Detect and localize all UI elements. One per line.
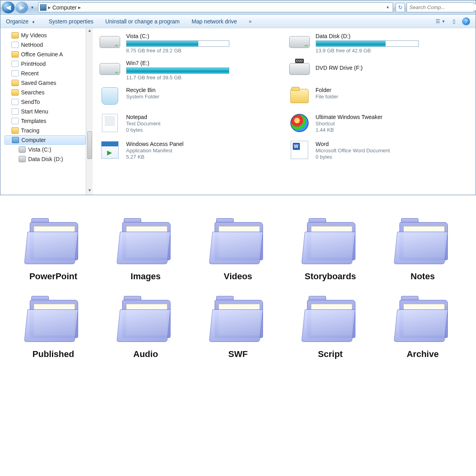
sidebar-item[interactable]: My Videos	[4, 31, 86, 40]
grid-folder[interactable]: Archive	[393, 296, 453, 359]
drive-name: DVD RW Drive (F:)	[316, 65, 363, 71]
preview-pane-button[interactable]: ▯	[449, 17, 458, 26]
sidebar-label: SendTo	[21, 99, 40, 105]
chevron-down-icon: ▼	[32, 20, 35, 24]
item-type: Text Document	[126, 121, 161, 127]
item-type: Microsoft Office Word Document	[316, 148, 390, 154]
file-item[interactable]: Ultimate Windows Tweaker Shortcut 1.44 K…	[288, 113, 470, 137]
back-button[interactable]: ◀	[2, 2, 15, 13]
grid-folder[interactable]: Published	[23, 296, 83, 359]
grid-folder[interactable]: SWF	[208, 296, 268, 359]
overflow-button[interactable]: »	[249, 19, 251, 24]
folder-icon	[12, 89, 19, 96]
folder-icon	[301, 296, 360, 344]
folder-icon	[290, 89, 309, 103]
file-item[interactable]: Windows Access Panel Application Manifes…	[98, 140, 281, 164]
text-doc-icon	[102, 114, 118, 132]
folder-icon	[12, 127, 19, 134]
grid-folder[interactable]: Script	[301, 296, 360, 359]
folder-icon	[393, 296, 453, 344]
address-dropdown-icon[interactable]: ▼	[386, 6, 390, 10]
folder-icon	[23, 296, 83, 344]
sidebar-item[interactable]: Office Genuine A	[4, 50, 86, 59]
item-name: Word	[316, 141, 390, 147]
sidebar-label: NetHood	[21, 42, 43, 48]
scroll-up-icon[interactable]: ▲	[86, 28, 93, 35]
sidebar-drive[interactable]: Data Disk (D:)	[4, 154, 86, 164]
search-box[interactable]: 🔍	[407, 2, 474, 12]
folder-icon	[12, 80, 19, 86]
item-size: 0 bytes	[126, 127, 161, 133]
grid-folder[interactable]: Notes	[393, 218, 453, 282]
breadcrumb-computer[interactable]: Computer	[51, 4, 78, 11]
capacity-bar	[126, 67, 229, 74]
sidebar-item[interactable]: Searches	[4, 88, 86, 97]
scrollbar-thumb[interactable]	[87, 131, 92, 159]
help-button[interactable]: ?	[462, 17, 470, 25]
sidebar-item-computer[interactable]: Computer	[4, 135, 86, 145]
folder-label: Images	[116, 271, 175, 282]
sidebar-item[interactable]: Recent	[4, 69, 86, 78]
sidebar-label: Start Menu	[21, 108, 48, 115]
grid-folder[interactable]: Images	[116, 218, 175, 282]
view-button[interactable]: ☰ ▼	[437, 17, 445, 26]
file-icon	[12, 99, 19, 105]
drive-item[interactable]: Data Disk (D:) 13.9 GB free of 42.9 GB	[288, 32, 470, 56]
sidebar-item[interactable]: PrintHood	[4, 59, 86, 69]
sidebar-item[interactable]: Templates	[4, 116, 86, 126]
sidebar-item[interactable]: NetHood	[4, 40, 86, 50]
file-icon	[12, 42, 19, 48]
item-type: Application Manifest	[126, 148, 184, 154]
navigation-pane: My VideosNetHoodOffice Genuine APrintHoo…	[0, 28, 86, 195]
drive-item[interactable]: Vista (C:) 8.75 GB free of 29.2 GB	[98, 32, 281, 56]
sidebar-label: Templates	[21, 118, 46, 124]
drive-free: 8.75 GB free of 29.2 GB	[126, 48, 229, 54]
grid-folder[interactable]: PowerPoint	[23, 218, 83, 282]
grid-folder[interactable]: Videos	[208, 218, 268, 282]
sidebar-label: Data Disk (D:)	[28, 156, 63, 162]
sidebar-item[interactable]: Tracing	[4, 126, 86, 135]
sidebar-item[interactable]: SendTo	[4, 97, 86, 107]
grid-folder[interactable]: Storyboards	[301, 218, 360, 282]
grid-folder[interactable]: Audio	[116, 296, 175, 359]
computer-icon	[40, 4, 46, 11]
sidebar-scrollbar[interactable]: ▲ ▼	[86, 28, 93, 195]
uninstall-button[interactable]: Uninstall or change a program	[105, 18, 180, 25]
folder-icon	[116, 218, 175, 266]
refresh-button[interactable]: ↻	[395, 3, 405, 12]
folder-icon	[393, 218, 453, 266]
forward-button[interactable]: ▶	[15, 2, 28, 13]
system-properties-button[interactable]: System properties	[49, 18, 94, 25]
explorer-body: My VideosNetHoodOffice Genuine APrintHoo…	[0, 28, 476, 195]
folder-icon	[12, 32, 19, 38]
folder-grid: PowerPointImagesVideosStoryboardsNotesPu…	[0, 199, 476, 382]
item-size: 0 bytes	[316, 154, 390, 160]
file-item[interactable]: Word Microsoft Office Word Document 0 by…	[288, 140, 470, 164]
file-item[interactable]: Recycle Bin System Folder	[98, 86, 281, 110]
file-item[interactable]: Notepad Text Document 0 bytes	[98, 113, 281, 137]
drive-name: Data Disk (D:)	[316, 33, 419, 39]
file-icon	[12, 108, 19, 115]
scroll-down-icon[interactable]: ▼	[86, 188, 93, 195]
item-name: Ultimate Windows Tweaker	[316, 114, 383, 120]
map-drive-button[interactable]: Map network drive	[192, 18, 237, 25]
command-bar: Organize ▼ System properties Uninstall o…	[0, 15, 476, 28]
sidebar-item[interactable]: Saved Games	[4, 78, 86, 88]
history-dropdown-icon[interactable]: ▼	[31, 6, 34, 10]
item-name: Notepad	[126, 114, 161, 120]
nav-bar: ◀ ▶ ▼ ▶ Computer ▶ ▼ ↻ 🔍	[0, 0, 476, 15]
sidebar-item[interactable]: Start Menu	[4, 107, 86, 116]
folder-icon	[301, 218, 360, 266]
item-name: Windows Access Panel	[126, 141, 184, 147]
dvd-icon	[289, 63, 310, 75]
drive-item[interactable]: Win7 (E:) 11.7 GB free of 39.5 GB	[98, 59, 281, 83]
sidebar-drive[interactable]: Vista (C:)	[4, 145, 86, 154]
capacity-bar	[316, 40, 419, 47]
organize-button[interactable]: Organize ▼	[6, 18, 37, 25]
drive-item[interactable]: DVD RW Drive (F:)	[288, 59, 470, 83]
search-input[interactable]	[409, 4, 476, 10]
sidebar-label: Tracing	[21, 127, 39, 134]
drive-free: 11.7 GB free of 39.5 GB	[126, 75, 229, 81]
file-item[interactable]: Folder File folder	[288, 86, 470, 110]
address-bar[interactable]: ▶ Computer ▶ ▼	[38, 2, 393, 12]
